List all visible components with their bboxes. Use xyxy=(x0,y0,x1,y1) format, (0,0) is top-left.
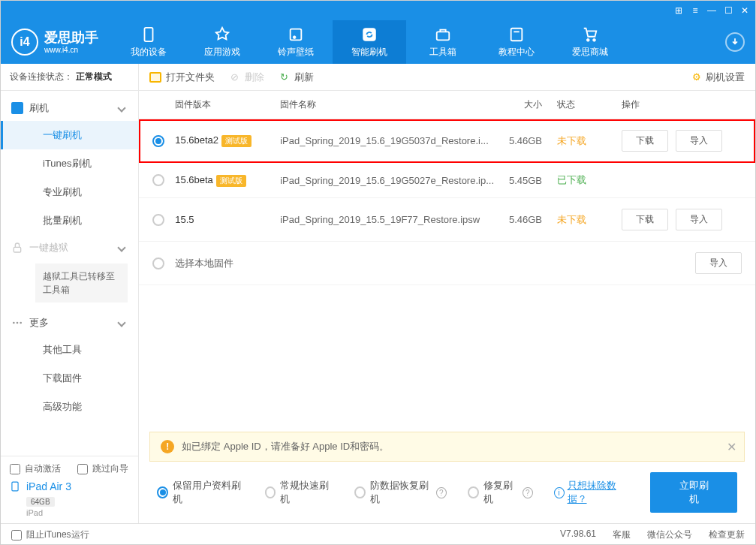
maximize-icon[interactable]: ☐ xyxy=(724,6,733,15)
sidebar-group-flash[interactable]: 刷机 xyxy=(1,95,138,121)
skip-guide-checkbox[interactable] xyxy=(77,464,88,474)
radio-icon[interactable] xyxy=(152,214,164,226)
radio-icon[interactable] xyxy=(152,135,164,147)
download-indicator-icon[interactable] xyxy=(725,32,745,52)
table-row[interactable]: 15.6beta2测试版 iPad_Spring_2019_15.6_19G50… xyxy=(139,119,755,163)
svg-point-10 xyxy=(13,322,15,324)
nav-label: 我的设备 xyxy=(131,46,167,59)
sidebar-item-download-firmware[interactable]: 下载固件 xyxy=(1,364,138,393)
device-storage-badge: 64GB xyxy=(26,497,55,507)
firmware-name: iPad_Spring_2019_15.6_19G5037d_Restore.i… xyxy=(280,135,494,146)
main-nav: 我的设备 应用游戏 铃声壁纸 智能刷机 工具箱 教程中心 爱思商城 xyxy=(112,20,627,64)
block-itunes-checkbox[interactable] xyxy=(11,530,22,540)
firmware-name: iPad_Spring_2019_15.6_19G5027e_Restore.i… xyxy=(280,175,494,186)
nav-label: 爱思商城 xyxy=(572,46,608,59)
nav-label: 铃声壁纸 xyxy=(278,46,314,59)
version-label: V7.98.61 xyxy=(560,528,596,541)
more-icon xyxy=(11,317,23,329)
nav-ringtone-wallpaper[interactable]: 铃声壁纸 xyxy=(259,20,333,64)
menu-icon[interactable]: ≡ xyxy=(691,6,700,15)
sidebar-item-other-tools[interactable]: 其他工具 xyxy=(1,336,138,364)
open-folder-button[interactable]: 打开文件夹 xyxy=(149,71,215,84)
table-header: 固件版本 固件名称 大小 状态 操作 xyxy=(139,91,755,119)
import-button[interactable]: 导入 xyxy=(676,130,722,152)
sidebar-item-pro-flash[interactable]: 专业刷机 xyxy=(1,178,138,206)
nav-toolbox[interactable]: 工具箱 xyxy=(406,20,480,64)
sidebar: 设备连接状态： 正常模式 刷机 一键刷机 iTunes刷机 专业刷机 批量刷机 … xyxy=(1,64,139,523)
firmware-status: 已下载 xyxy=(557,173,622,187)
apple-id-notice: ! 如已绑定 Apple ID，请准备好 Apple ID和密码。 ✕ xyxy=(149,432,745,462)
nav-label: 工具箱 xyxy=(429,46,456,59)
device-info[interactable]: iPad Air 3 xyxy=(10,480,129,493)
download-button[interactable]: 下载 xyxy=(622,209,668,230)
local-firmware-label: 选择本地固件 xyxy=(175,257,494,270)
refresh-button[interactable]: ↻ 刷新 xyxy=(278,71,314,84)
beta-badge: 测试版 xyxy=(216,175,246,187)
sidebar-item-batch-flash[interactable]: 批量刷机 xyxy=(1,206,138,235)
sidebar-group-more[interactable]: 更多 xyxy=(1,310,138,336)
grid-icon[interactable]: ⊞ xyxy=(674,6,683,15)
lock-icon xyxy=(11,242,23,254)
svg-point-7 xyxy=(586,38,589,41)
svg-point-11 xyxy=(17,322,19,324)
radio-icon[interactable] xyxy=(152,257,164,269)
auto-activate-checkbox[interactable] xyxy=(10,464,20,474)
help-icon[interactable]: ? xyxy=(523,487,533,498)
check-update-link[interactable]: 检查更新 xyxy=(709,528,745,541)
apps-icon xyxy=(214,26,230,43)
nav-tutorials[interactable]: 教程中心 xyxy=(480,20,553,64)
svg-rect-4 xyxy=(437,32,450,40)
import-button[interactable]: 导入 xyxy=(695,252,742,274)
close-icon[interactable]: ✕ xyxy=(740,6,749,15)
firmware-status: 未下载 xyxy=(557,213,622,227)
svg-rect-0 xyxy=(145,27,153,41)
logo-badge-icon: i4 xyxy=(11,29,38,56)
flash-options: 保留用户资料刷机 常规快速刷机 防数据恢复刷机 ? 修复刷机 ? i 只想抹除数… xyxy=(139,462,755,523)
table-row[interactable]: 选择本地固件 导入 xyxy=(139,242,755,285)
minimize-icon[interactable]: — xyxy=(707,6,716,15)
download-button[interactable]: 下载 xyxy=(622,130,668,152)
nav-label: 智能刷机 xyxy=(351,46,387,59)
delete-button: ⊘ 删除 xyxy=(228,71,264,84)
customer-service-link[interactable]: 客服 xyxy=(613,528,631,541)
table-row[interactable]: 15.6beta测试版 iPad_Spring_2019_15.6_19G502… xyxy=(139,163,755,198)
folder-icon xyxy=(149,72,161,83)
close-notice-button[interactable]: ✕ xyxy=(727,440,736,454)
flash-settings-button[interactable]: ⚙ 刷机设置 xyxy=(692,71,745,84)
option-repair-flash[interactable]: 修复刷机 ? xyxy=(468,479,533,506)
connection-status: 设备连接状态： 正常模式 xyxy=(1,64,138,91)
import-button[interactable]: 导入 xyxy=(676,209,722,230)
help-icon[interactable]: ? xyxy=(436,487,447,498)
firmware-size: 5.46GB xyxy=(494,135,557,146)
nav-apps-games[interactable]: 应用游戏 xyxy=(185,20,259,64)
nav-smart-flash[interactable]: 智能刷机 xyxy=(333,20,406,64)
header-version: 固件版本 xyxy=(175,98,280,111)
erase-data-link[interactable]: 只想抹除数据？ xyxy=(568,479,630,506)
chevron-down-icon xyxy=(118,243,126,251)
header-size: 大小 xyxy=(494,98,557,111)
option-anti-recovery[interactable]: 防数据恢复刷机 ? xyxy=(354,479,447,506)
svg-rect-1 xyxy=(291,29,302,40)
nav-my-device[interactable]: 我的设备 xyxy=(112,20,185,64)
wechat-link[interactable]: 微信公众号 xyxy=(647,528,692,541)
app-header: i4 爱思助手 www.i4.cn 我的设备 应用游戏 铃声壁纸 智能刷机 工具… xyxy=(1,20,755,64)
header-ops: 操作 xyxy=(622,98,742,111)
sidebar-item-advanced[interactable]: 高级功能 xyxy=(1,393,138,421)
option-keep-data[interactable]: 保留用户资料刷机 xyxy=(157,479,243,506)
nav-store[interactable]: 爱思商城 xyxy=(553,20,627,64)
firmware-size: 5.45GB xyxy=(494,175,557,186)
app-subtitle: www.i4.cn xyxy=(44,46,98,54)
table-row[interactable]: 15.5 iPad_Spring_2019_15.5_19F77_Restore… xyxy=(139,198,755,242)
sidebar-item-oneclick-flash[interactable]: 一键刷机 xyxy=(1,121,138,149)
jailbreak-note: 越狱工具已转移至工具箱 xyxy=(35,263,128,303)
device-type: iPad xyxy=(26,508,129,517)
beta-badge: 测试版 xyxy=(221,135,251,147)
flash-now-button[interactable]: 立即刷机 xyxy=(650,472,737,513)
sidebar-item-itunes-flash[interactable]: iTunes刷机 xyxy=(1,149,138,178)
option-normal-flash[interactable]: 常规快速刷机 xyxy=(265,479,334,506)
svg-point-2 xyxy=(293,35,296,38)
radio-icon[interactable] xyxy=(152,174,164,186)
checkbox-label: 跳过向导 xyxy=(92,462,128,475)
warning-icon: ! xyxy=(161,440,174,453)
svg-point-8 xyxy=(593,38,596,41)
